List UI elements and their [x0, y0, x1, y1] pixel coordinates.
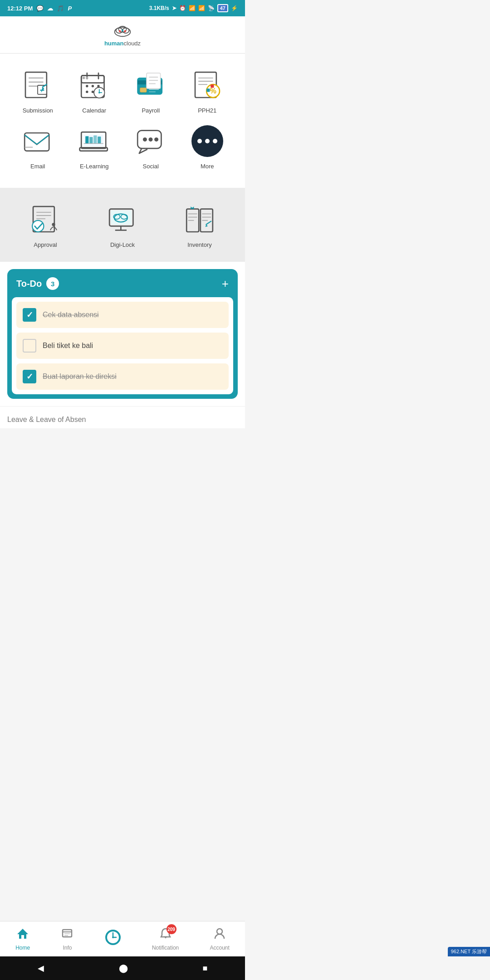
submission-icon	[21, 69, 54, 102]
svg-rect-56	[85, 136, 88, 143]
digilock-icon	[106, 203, 139, 236]
more-label: More	[201, 163, 214, 170]
svg-point-20	[86, 77, 88, 79]
send-icon: ➤	[172, 5, 176, 11]
svg-text:%: %	[210, 87, 216, 95]
svg-point-24	[86, 91, 88, 93]
todo-text-2: Beli tiket ke bali	[43, 342, 93, 350]
todo-checkbox-3[interactable]: ✓	[23, 370, 36, 383]
svg-rect-54	[79, 147, 107, 151]
dot2	[205, 139, 210, 143]
approval-label: Approval	[34, 241, 57, 248]
dot1	[197, 139, 202, 143]
calendar-label: Calendar	[82, 107, 106, 114]
svg-point-62	[143, 137, 147, 142]
secondary-grid: Approval Digi-Lock	[5, 197, 240, 253]
svg-point-70	[52, 223, 55, 226]
menu-item-calendar[interactable]: Calendar	[69, 67, 121, 114]
p-icon: P	[68, 5, 72, 12]
svg-rect-57	[89, 137, 93, 143]
inventory-icon-box	[181, 201, 218, 238]
menu-item-email[interactable]: Email	[12, 123, 64, 170]
menu-item-digilock[interactable]: Digi-Lock	[86, 201, 159, 248]
todo-section: To-Do 3 + ✓ Cek data absensi Beli tiket …	[0, 262, 245, 406]
logo-svg	[113, 23, 132, 39]
svg-point-19	[83, 77, 85, 79]
svg-line-51	[24, 135, 37, 145]
elearning-label: E-Learning	[80, 163, 109, 170]
todo-text-3: Buat laporan ke direksi	[43, 372, 117, 381]
svg-point-64	[154, 137, 158, 142]
todo-items-list: ✓ Cek data absensi Beli tiket ke bali ✓ …	[12, 297, 233, 394]
svg-rect-48	[211, 84, 214, 88]
payroll-icon	[134, 69, 167, 102]
email-icon	[21, 125, 54, 157]
svg-point-6	[124, 30, 126, 32]
battery-indicator: 47	[217, 4, 228, 12]
leave-preview-title: Leave & Leave of Absen	[7, 416, 86, 423]
inventory-label: Inventory	[187, 241, 211, 248]
more-circle	[191, 125, 223, 157]
payroll-icon-box	[132, 67, 169, 103]
dot3	[213, 139, 217, 143]
submission-icon-box	[20, 67, 56, 103]
todo-item-2[interactable]: Beli tiket ke bali	[16, 333, 229, 359]
calendar-icon-box	[76, 67, 113, 103]
digilock-label: Digi-Lock	[110, 241, 135, 248]
elearning-icon-box	[76, 123, 113, 159]
svg-point-22	[91, 85, 93, 87]
social-label: Social	[143, 163, 159, 170]
main-menu-section: Submission	[0, 54, 245, 188]
menu-item-more[interactable]: More	[181, 123, 234, 170]
social-icon-box	[132, 123, 169, 159]
signal-icon2: 📶	[198, 5, 205, 11]
email-icon-box	[20, 123, 56, 159]
logo-text: humancloudz	[104, 40, 141, 47]
todo-card: To-Do 3 + ✓ Cek data absensi Beli tiket …	[7, 269, 238, 399]
todo-header: To-Do 3 +	[7, 269, 238, 297]
menu-item-submission[interactable]: Submission	[12, 67, 64, 114]
todo-count-badge: 3	[46, 277, 59, 290]
checkmark-1: ✓	[26, 310, 33, 320]
music-icon: 🎵	[57, 5, 64, 12]
elearning-icon	[78, 125, 111, 157]
cloud-icon: ☁	[47, 5, 53, 12]
todo-checkbox-1[interactable]: ✓	[23, 308, 36, 322]
svg-point-69	[32, 220, 44, 232]
whatsapp-icon: 💬	[36, 5, 44, 12]
more-dots	[197, 139, 217, 143]
menu-item-elearning[interactable]: E-Learning	[69, 123, 121, 170]
social-icon	[134, 125, 167, 157]
todo-add-button[interactable]: +	[222, 278, 229, 289]
todo-item-1[interactable]: ✓ Cek data absensi	[16, 302, 229, 328]
svg-line-52	[37, 135, 49, 145]
todo-checkbox-2[interactable]	[23, 339, 36, 353]
pph21-icon: %	[191, 69, 224, 102]
todo-item-3[interactable]: ✓ Buat laporan ke direksi	[16, 363, 229, 390]
inventory-icon	[183, 203, 216, 236]
app-header: humancloudz	[0, 16, 245, 54]
menu-item-pph21[interactable]: % PPH21	[181, 67, 234, 114]
svg-point-5	[122, 29, 123, 31]
menu-item-inventory[interactable]: Inventory	[163, 201, 236, 248]
svg-marker-87	[206, 225, 208, 227]
svg-rect-34	[140, 88, 147, 92]
signal-icon1: 📶	[189, 5, 196, 11]
charge-icon: ⚡	[231, 5, 238, 11]
todo-title-group: To-Do 3	[16, 277, 59, 290]
speed-indicator: 3.1KB/s	[149, 5, 169, 11]
svg-point-63	[149, 137, 153, 142]
svg-rect-47	[206, 88, 210, 92]
svg-rect-59	[98, 137, 101, 143]
status-time: 12:12 PM	[7, 5, 33, 12]
svg-marker-88	[191, 206, 194, 209]
menu-item-approval[interactable]: Approval	[9, 201, 82, 248]
leave-preview-section: Leave & Leave of Absen	[0, 406, 245, 428]
logo-human: human	[104, 40, 124, 47]
menu-item-social[interactable]: Social	[125, 123, 177, 170]
logo-cloudz: cloudz	[124, 40, 141, 47]
alarm-icon: ⏰	[179, 5, 186, 11]
menu-item-payroll[interactable]: Payroll	[125, 67, 177, 114]
status-right: 3.1KB/s ➤ ⏰ 📶 📶 📡 47 ⚡	[149, 4, 238, 12]
svg-rect-49	[24, 133, 49, 151]
